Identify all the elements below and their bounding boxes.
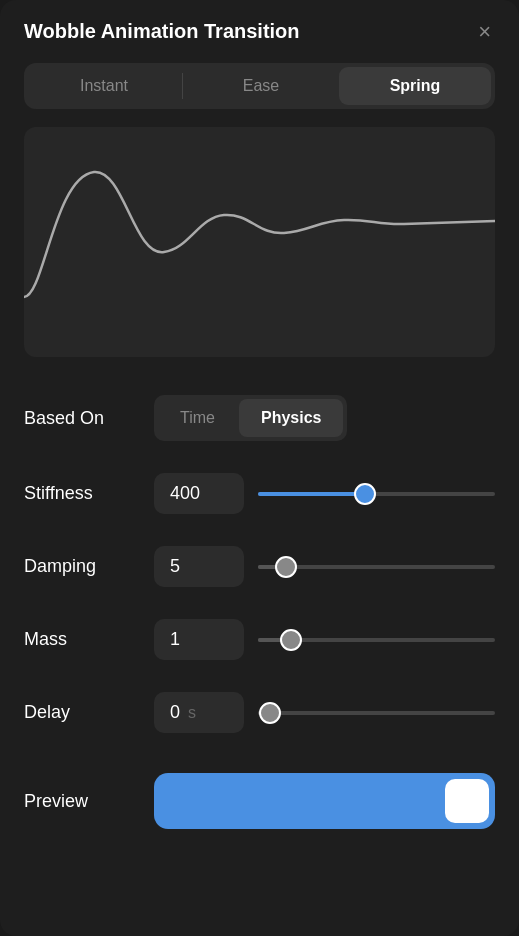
preview-knob bbox=[445, 779, 489, 823]
damping-value[interactable]: 5 bbox=[154, 546, 244, 587]
delay-slider[interactable] bbox=[258, 711, 495, 715]
tab-ease[interactable]: Ease bbox=[185, 67, 337, 105]
toggle-time[interactable]: Time bbox=[158, 399, 237, 437]
damping-label: Damping bbox=[24, 556, 154, 577]
stiffness-thumb[interactable] bbox=[354, 483, 376, 505]
delay-unit: s bbox=[188, 704, 196, 722]
delay-value-box[interactable]: 0 s bbox=[154, 692, 244, 733]
animation-chart bbox=[24, 127, 495, 357]
based-on-label: Based On bbox=[24, 408, 154, 429]
close-button[interactable]: × bbox=[474, 21, 495, 43]
tab-bar: Instant Ease Spring bbox=[24, 63, 495, 109]
mass-value[interactable]: 1 bbox=[154, 619, 244, 660]
stiffness-label: Stiffness bbox=[24, 483, 154, 504]
tab-spring[interactable]: Spring bbox=[339, 67, 491, 105]
damping-content: 5 bbox=[154, 546, 495, 587]
delay-label: Delay bbox=[24, 702, 154, 723]
damping-thumb[interactable] bbox=[275, 556, 297, 578]
panel-title: Wobble Animation Transition bbox=[24, 20, 300, 43]
stiffness-content: 400 bbox=[154, 473, 495, 514]
based-on-content: Time Physics bbox=[154, 395, 495, 441]
delay-content: 0 s bbox=[154, 692, 495, 733]
mass-thumb[interactable] bbox=[280, 629, 302, 651]
mass-slider[interactable] bbox=[258, 638, 495, 642]
mass-label: Mass bbox=[24, 629, 154, 650]
damping-slider[interactable] bbox=[258, 565, 495, 569]
stiffness-value[interactable]: 400 bbox=[154, 473, 244, 514]
stiffness-row: Stiffness 400 bbox=[24, 457, 495, 530]
header: Wobble Animation Transition × bbox=[24, 20, 495, 43]
stiffness-slider[interactable] bbox=[258, 492, 495, 496]
mass-row: Mass 1 bbox=[24, 603, 495, 676]
wobble-curve-svg bbox=[24, 127, 495, 357]
preview-toggle[interactable] bbox=[154, 773, 495, 829]
delay-thumb[interactable] bbox=[259, 702, 281, 724]
preview-label: Preview bbox=[24, 791, 154, 812]
tab-divider-1 bbox=[182, 73, 183, 99]
toggle-physics[interactable]: Physics bbox=[239, 399, 343, 437]
damping-row: Damping 5 bbox=[24, 530, 495, 603]
based-on-row: Based On Time Physics bbox=[24, 379, 495, 457]
delay-row: Delay 0 s bbox=[24, 676, 495, 749]
mass-content: 1 bbox=[154, 619, 495, 660]
preview-row: Preview bbox=[24, 757, 495, 845]
delay-value: 0 bbox=[170, 702, 180, 723]
stiffness-fill bbox=[258, 492, 365, 496]
tab-instant[interactable]: Instant bbox=[28, 67, 180, 105]
panel: Wobble Animation Transition × Instant Ea… bbox=[0, 0, 519, 936]
based-on-toggle: Time Physics bbox=[154, 395, 347, 441]
